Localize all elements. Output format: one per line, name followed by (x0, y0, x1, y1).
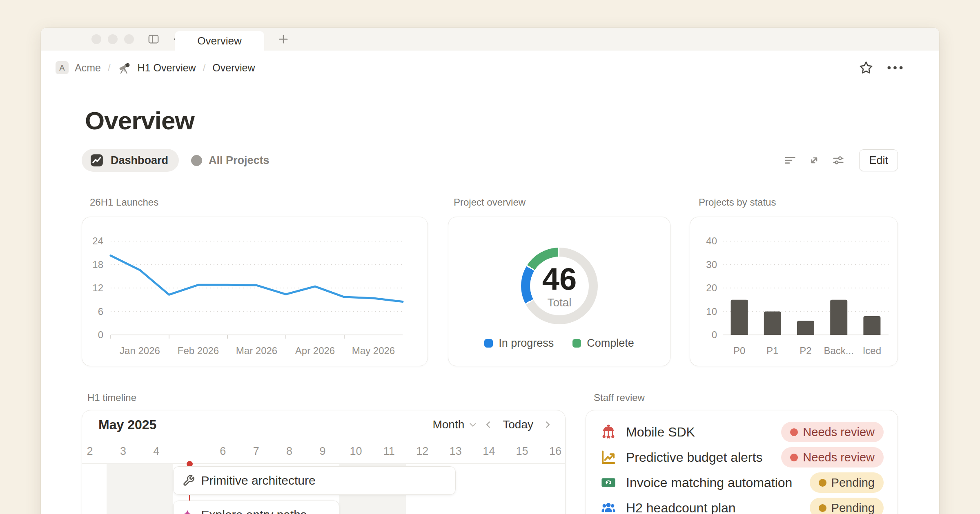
telescope-icon (118, 61, 131, 75)
timeline-today-button[interactable]: Today (499, 418, 537, 431)
svg-text:Mar 2026: Mar 2026 (236, 345, 277, 356)
timeline-month-label: May 2025 (98, 417, 156, 432)
svg-text:6: 6 (98, 306, 103, 317)
breadcrumb-parent-page[interactable]: H1 Overview (138, 62, 196, 74)
timeline-day-current: 5 (173, 439, 206, 463)
svg-text:P2: P2 (800, 345, 811, 356)
status-label: Pending (831, 501, 875, 514)
window-minimize-button[interactable] (108, 34, 118, 44)
breadcrumb-workspace[interactable]: Acme (75, 62, 101, 74)
svg-text:12: 12 (92, 282, 103, 293)
filter-icon[interactable] (784, 154, 797, 167)
toolbar: A Acme / H1 Overview / Overview (41, 51, 939, 85)
timeline-day: 13 (439, 439, 472, 463)
svg-text:Apr 2026: Apr 2026 (295, 345, 335, 356)
window-zoom-button[interactable] (124, 34, 134, 44)
timeline-day: 16 (539, 439, 566, 463)
widget-title-project-overview: Project overview (454, 197, 526, 208)
staff-item-label: H2 headcount plan (626, 501, 810, 514)
edit-button[interactable]: Edit (859, 149, 898, 171)
svg-text:P1: P1 (766, 345, 778, 356)
project-overview-donut-card: 46 Total In progressComplete (448, 217, 670, 366)
timeline-card: May 2025 Month Today 2345678910111213141… (82, 410, 566, 514)
staff-row[interactable]: Predictive budget alertsNeeds review (601, 445, 884, 470)
more-options-icon[interactable] (886, 60, 904, 75)
svg-text:24: 24 (92, 235, 103, 246)
tab-bar: Overview (41, 28, 939, 51)
people-icon (601, 500, 616, 514)
launches-line-chart: 06121824Jan 2026Feb 2026Mar 2026Apr 2026… (82, 217, 428, 366)
timeline-day: 11 (372, 439, 406, 463)
svg-text:18: 18 (92, 259, 103, 270)
view-tab-label: All Projects (209, 154, 270, 167)
timeline-day: 6 (206, 439, 240, 463)
timeline-day: 12 (405, 439, 439, 463)
svg-text:Feb 2026: Feb 2026 (178, 345, 219, 356)
favorite-star-icon[interactable] (858, 60, 874, 75)
view-tab-all-projects[interactable]: All Projects (191, 154, 270, 167)
timeline-day: 14 (472, 439, 506, 463)
breadcrumb: A Acme / H1 Overview / Overview (56, 61, 255, 75)
svg-text:Jan 2026: Jan 2026 (120, 345, 160, 356)
staff-review-card: Mobile SDKNeeds reviewPredictive budget … (586, 410, 898, 514)
status-pill[interactable]: Needs review (781, 447, 884, 467)
widget-title-projects-by-status: Projects by status (699, 197, 776, 208)
app-window: Overview A Acme / H1 Overview (41, 28, 939, 514)
widget-title-launches: 26H1 Launches (90, 197, 158, 208)
staff-item-label: Invoice matching automation (626, 475, 810, 490)
tab-overview[interactable]: Overview (175, 31, 264, 51)
timeline-task[interactable]: Explore entry paths (173, 501, 339, 514)
staff-row[interactable]: Invoice matching automationPending (601, 470, 884, 495)
page-title: Overview (85, 106, 194, 135)
prev-period-icon[interactable] (483, 419, 494, 430)
timeline-task-label: Primitive architecture (201, 474, 316, 487)
legend-label: In progress (499, 337, 554, 350)
status-dot-icon (790, 428, 798, 436)
carousel-icon (601, 424, 616, 440)
banknote-icon (601, 475, 616, 490)
status-dot-icon (819, 479, 826, 487)
donut-center: 46 Total (521, 248, 598, 324)
timeline-day: 3 (106, 439, 140, 463)
dashboard-chart-icon (90, 153, 104, 167)
status-label: Needs review (803, 451, 875, 464)
sidebar-toggle-icon[interactable] (147, 33, 160, 45)
svg-text:Iced: Iced (863, 345, 881, 356)
staff-item-label: Predictive budget alerts (626, 450, 781, 465)
svg-text:P0: P0 (733, 345, 745, 356)
all-projects-icon (191, 155, 202, 166)
chart-increasing-icon (601, 450, 616, 465)
view-tab-dashboard[interactable]: Dashboard (82, 149, 179, 172)
legend-item: Complete (572, 337, 634, 350)
status-bar-chart: 010203040P0P1P2Back...Iced (690, 217, 898, 366)
status-label: Pending (831, 476, 875, 490)
next-period-icon[interactable] (542, 419, 553, 430)
legend-item: In progress (484, 337, 554, 350)
svg-text:30: 30 (706, 259, 717, 270)
breadcrumb-current-page[interactable]: Overview (212, 62, 255, 74)
status-pill[interactable]: Needs review (781, 422, 884, 442)
donut-legend: In progressComplete (448, 337, 670, 350)
staff-row[interactable]: Mobile SDKNeeds review (601, 419, 884, 445)
workspace-avatar[interactable]: A (56, 61, 69, 74)
donut-total-label: Total (547, 296, 571, 309)
timeline-day-row: 2345678910111213141516 (82, 439, 565, 463)
donut-total-value: 46 (542, 263, 577, 295)
timeline-day: 4 (140, 439, 173, 463)
staff-row[interactable]: H2 headcount planPending (601, 495, 884, 514)
timeline-view-selector[interactable]: Month (432, 418, 478, 431)
new-tab-button[interactable] (276, 33, 291, 45)
breadcrumb-separator: / (202, 62, 207, 73)
window-close-button[interactable] (91, 34, 101, 44)
timeline-header: May 2025 Month Today (82, 410, 565, 439)
status-pill[interactable]: Pending (810, 472, 884, 493)
chevron-down-icon (468, 419, 478, 430)
timeline-task[interactable]: Primitive architecture (173, 466, 456, 495)
expand-icon[interactable] (808, 154, 821, 167)
settings-sliders-icon[interactable] (832, 154, 845, 167)
widget-title-h1-timeline: H1 timeline (87, 392, 136, 403)
timeline-task-label: Explore entry paths (201, 508, 307, 514)
svg-text:0: 0 (98, 329, 103, 340)
timeline-day: 7 (239, 439, 273, 463)
status-pill[interactable]: Pending (810, 498, 884, 514)
